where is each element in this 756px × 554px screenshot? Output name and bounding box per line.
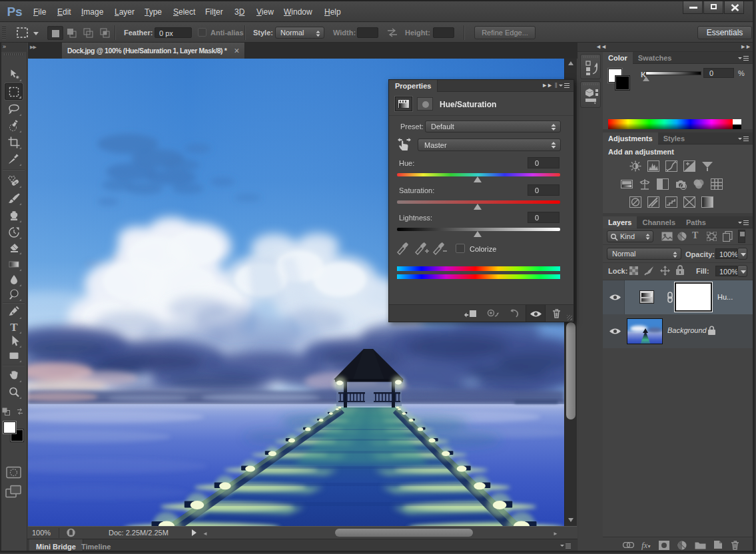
- svg-text:T: T: [10, 321, 18, 334]
